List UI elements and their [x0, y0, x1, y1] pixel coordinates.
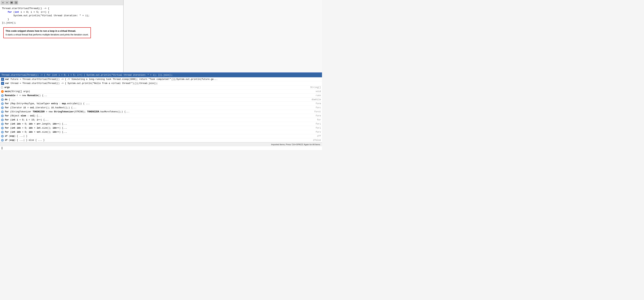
- row-type-15: ifelse: [313, 139, 321, 142]
- description-box: This code snippet shows how to run a loo…: [3, 27, 91, 38]
- status-bar: Imported Items; Press 'Ctrl+SPACE' Again…: [0, 142, 322, 146]
- row-type-10: for: [317, 119, 321, 121]
- btn4[interactable]: [14, 1, 18, 5]
- row-type-6: form: [316, 102, 321, 105]
- row-code-5: do { ...: [5, 98, 310, 101]
- row-code-3: main(String[] args): [5, 90, 314, 93]
- autocomplete-area: Thread.startVirtualThread(() -> { for (i…: [0, 73, 322, 150]
- row-type-13: forv: [316, 131, 321, 133]
- row-type-5: dowhile: [312, 98, 321, 101]
- cursor-line: [0, 146, 322, 150]
- var-icon-1: [1, 82, 4, 85]
- template-icon-15: [1, 139, 4, 142]
- row-type-11: fori: [316, 123, 321, 125]
- row-code-13: for (int idx = 0; idx < vct.size(); idx+…: [5, 131, 314, 133]
- svg-point-7: [2, 83, 3, 84]
- template-icon-5: [1, 98, 4, 101]
- template-icon-11: [1, 123, 4, 125]
- row-type-12: forl: [316, 127, 321, 129]
- autocomplete-item-3[interactable]: main(String[] args) void: [0, 90, 322, 94]
- template-icon-6: [1, 102, 4, 105]
- description-title: This code snippet shows how to run a loo…: [6, 29, 89, 33]
- autocomplete-item-10[interactable]: for (int i = 0; i < 10; i++) {... for: [0, 118, 322, 122]
- autocomplete-selected-row[interactable]: Thread.startVirtualThread(() -> { for (i…: [0, 73, 322, 77]
- svg-rect-1: [15, 2, 17, 3]
- row-code-9: for (Object elem : col) {...: [5, 115, 314, 117]
- row-code-6: for (Map.Entry<KeyType, ValueType> entry…: [5, 102, 314, 105]
- var-icon-0: [1, 78, 4, 81]
- autocomplete-item-1[interactable]: var thread = Thread.startVirtualThread((…: [0, 81, 322, 85]
- row-code-1: var thread = Thread.startVirtualThread((…: [5, 82, 321, 85]
- row-code-10: for (int i = 0; i < 10; i++) {...: [5, 119, 315, 121]
- svg-rect-0: [11, 2, 12, 3]
- status-text: Imported Items; Press 'Ctrl+SPACE' Again…: [271, 143, 320, 146]
- editor-area: ◀ ▶ Thread.startVirtualThread(() -> { fo…: [0, 0, 322, 73]
- row-code-0: var future = Thread.startVirtualThread((…: [5, 78, 321, 81]
- row-code-11: for (int idx = 0; idx < arr.length; idx+…: [5, 123, 314, 125]
- autocomplete-item-7[interactable]: for (Iterator it = col.iterator(); it.ha…: [0, 106, 322, 110]
- row-code-12: for (int idx = 0; idx < lst.size(); idx+…: [5, 127, 314, 129]
- autocomplete-item-4[interactable]: Runnable r = new Runnable() {... runn: [0, 94, 322, 98]
- row-type-7: forc: [316, 106, 321, 109]
- row-type-9: fore: [316, 115, 321, 117]
- forward-button[interactable]: ▶: [5, 1, 9, 5]
- template-icon-9: [1, 115, 4, 117]
- btn3[interactable]: [10, 1, 14, 5]
- cursor-indicator: [2, 147, 2, 149]
- template-icon-13: [1, 131, 4, 133]
- template-icon-7: [1, 106, 4, 109]
- autocomplete-list: var future = Thread.startVirtualThread((…: [0, 77, 322, 142]
- description-body: It starts a virtual thread that performs…: [6, 33, 89, 36]
- back-button[interactable]: ◀: [1, 1, 4, 5]
- row-code-14: if (exp) { ...| }: [5, 135, 315, 137]
- template-icon-4: [1, 94, 4, 97]
- param-icon-2: [1, 87, 3, 88]
- selected-row-text: Thread.startVirtualThread(() -> { for (i…: [2, 74, 173, 76]
- row-code-2: args: [4, 86, 308, 89]
- autocomplete-item-11[interactable]: for (int idx = 0; idx < arr.length; idx+…: [0, 122, 322, 126]
- autocomplete-item-9[interactable]: for (Object elem : col) {... fore: [0, 114, 322, 118]
- row-code-15: if (exp) { ...| } else { ... }: [5, 139, 311, 142]
- autocomplete-item-13[interactable]: for (int idx = 0; idx < vct.size(); idx+…: [0, 130, 322, 134]
- autocomplete-item-0[interactable]: var future = Thread.startVirtualThread((…: [0, 77, 322, 81]
- row-type-4: runn: [316, 94, 321, 97]
- autocomplete-item-2[interactable]: args String[]: [0, 85, 322, 90]
- autocomplete-item-5[interactable]: do { ... dowhile: [0, 98, 322, 102]
- row-type-2: String[]: [310, 86, 321, 89]
- code-content[interactable]: Thread.startVirtualThread(() -> { for (i…: [0, 5, 123, 72]
- autocomplete-item-12[interactable]: for (int idx = 0; idx < lst.size(); idx+…: [0, 126, 322, 130]
- method-icon-3: [1, 90, 4, 93]
- row-type-3: void: [316, 90, 321, 93]
- autocomplete-item-8[interactable]: for (StringTokenizer TOKENIZER = new Str…: [0, 110, 322, 114]
- code-panel: ◀ ▶ Thread.startVirtualThread(() -> { fo…: [0, 0, 124, 72]
- row-code-7: for (Iterator it = col.iterator(); it.ha…: [5, 106, 314, 109]
- code-toolbar: ◀ ▶: [0, 0, 123, 5]
- right-panel: [124, 0, 322, 72]
- code-pre: Thread.startVirtualThread(() -> { for (i…: [2, 7, 122, 25]
- template-icon-14: [1, 135, 4, 137]
- row-type-8: forst: [314, 111, 321, 113]
- template-icon-10: [1, 119, 4, 121]
- autocomplete-item-15[interactable]: if (exp) { ...| } else { ... } ifelse: [0, 138, 322, 142]
- template-icon-12: [1, 127, 4, 129]
- main-container: ◀ ▶ Thread.startVirtualThread(() -> { fo…: [0, 0, 322, 150]
- template-icon-8: [1, 111, 4, 113]
- autocomplete-item-14[interactable]: if (exp) { ...| } iff: [0, 134, 322, 138]
- svg-point-5: [2, 79, 3, 80]
- row-code-8: for (StringTokenizer TOKENIZER = new Str…: [5, 111, 312, 113]
- row-type-14: iff: [317, 135, 321, 137]
- autocomplete-item-6[interactable]: for (Map.Entry<KeyType, ValueType> entry…: [0, 102, 322, 106]
- row-code-4: Runnable r = new Runnable() {...: [5, 94, 314, 97]
